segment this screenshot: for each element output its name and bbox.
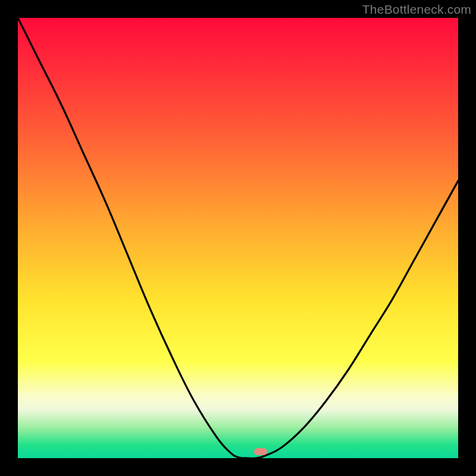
plot-area [18,18,458,458]
minimum-marker [254,448,267,455]
watermark-text: TheBottleneck.com [362,2,471,17]
bottleneck-curve [18,18,458,458]
chart-frame: TheBottleneck.com [0,0,476,476]
